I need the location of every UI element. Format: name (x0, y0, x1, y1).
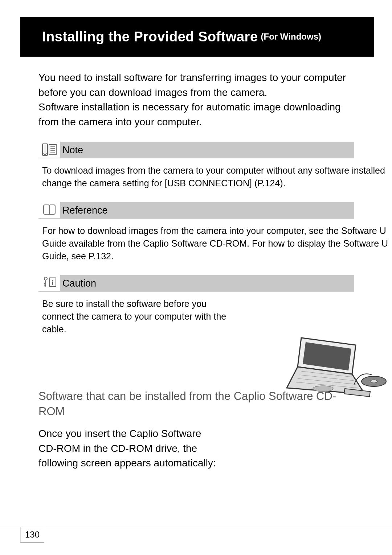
footer-rule (0, 527, 392, 527)
svg-point-8 (44, 285, 46, 287)
page-number: 130 (20, 527, 44, 543)
caution-icon (38, 275, 60, 292)
document-page: Installing the Provided Software (For Wi… (0, 0, 392, 555)
section-title-main: Installing the Provided Software (42, 29, 258, 45)
reference-header: Reference (38, 202, 354, 219)
caution-header: Caution (38, 275, 354, 292)
book-icon (38, 202, 60, 219)
intro-paragraph: You need to install software for transfe… (38, 70, 358, 129)
subsection-body: Once you insert the Caplio Software CD-R… (38, 426, 220, 471)
caution-label: Caution (62, 278, 96, 289)
svg-point-16 (313, 386, 333, 392)
svg-point-18 (370, 380, 377, 383)
section-title-sub: (For Windows) (261, 32, 321, 42)
note-icon (38, 142, 60, 158)
note-body: To download images from the camera to yo… (42, 164, 392, 190)
svg-point-6 (44, 277, 47, 280)
reference-body: For how to download images from the came… (42, 224, 392, 263)
caution-body: Be sure to install the software before y… (42, 297, 238, 336)
note-header: Note (38, 142, 354, 158)
reference-callout: Reference For how to download images fro… (38, 202, 354, 263)
caution-callout: Caution Be sure to install the software … (38, 275, 354, 336)
note-callout: Note To download images from the camera … (38, 142, 354, 190)
svg-point-10 (52, 280, 53, 281)
svg-rect-1 (49, 145, 56, 155)
section-title-bar: Installing the Provided Software (For Wi… (20, 17, 374, 57)
note-label: Note (62, 145, 83, 156)
laptop-cd-illustration (279, 334, 388, 407)
page-number-text: 130 (25, 530, 40, 540)
reference-label: Reference (62, 205, 108, 216)
